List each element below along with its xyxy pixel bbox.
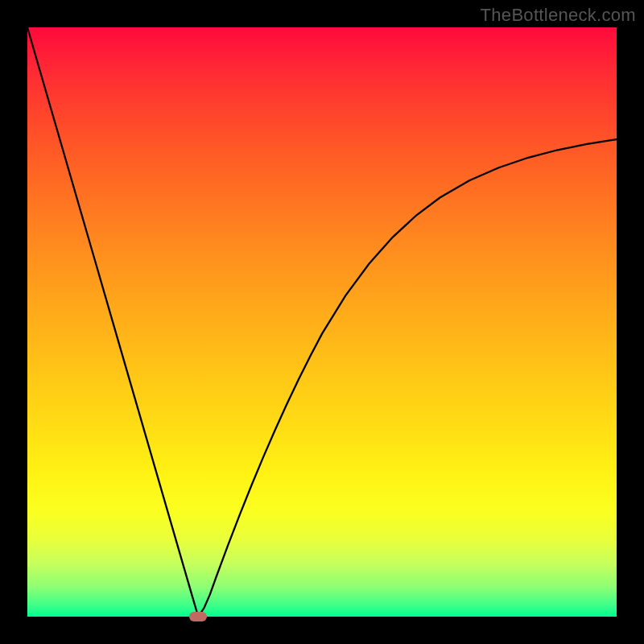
chart-frame: TheBottleneck.com bbox=[0, 0, 644, 644]
plot-area bbox=[27, 27, 617, 617]
minimum-marker bbox=[189, 612, 207, 621]
watermark-link[interactable]: TheBottleneck.com bbox=[481, 5, 636, 26]
bottleneck-curve bbox=[27, 27, 617, 617]
curve-svg bbox=[27, 27, 617, 617]
